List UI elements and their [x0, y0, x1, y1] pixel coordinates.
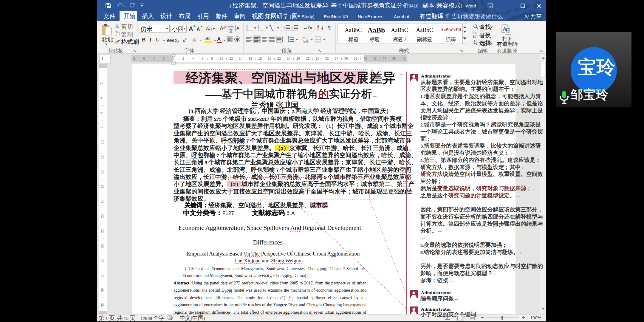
svg-text:2: 2	[258, 27, 259, 29]
svg-text:1: 1	[258, 25, 259, 27]
svg-text:3: 3	[258, 29, 259, 31]
svg-text:A: A	[503, 26, 507, 32]
